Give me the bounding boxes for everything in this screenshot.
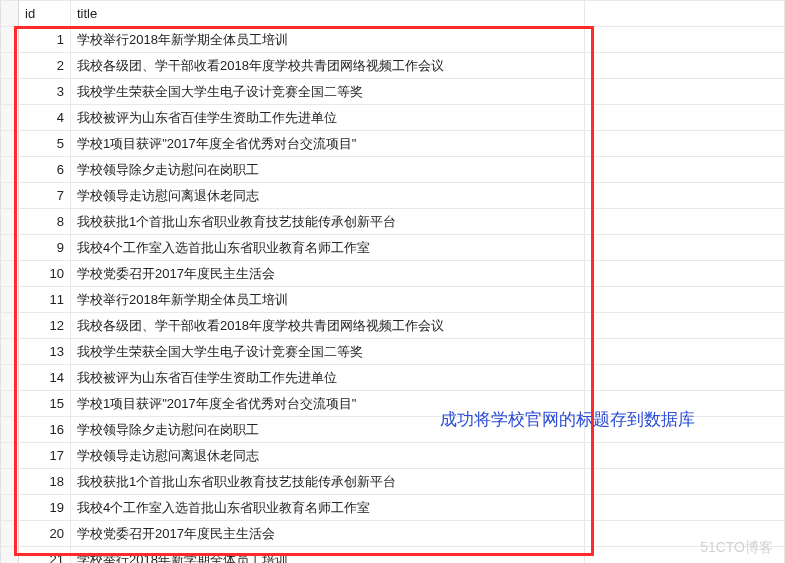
row-number-cell[interactable] bbox=[1, 287, 19, 313]
row-number-cell[interactable] bbox=[1, 183, 19, 209]
empty-cell[interactable] bbox=[585, 209, 785, 235]
title-cell[interactable]: 学校领导除夕走访慰问在岗职工 bbox=[71, 157, 585, 183]
title-cell[interactable]: 学校1项目获评"2017年度全省优秀对台交流项目" bbox=[71, 391, 585, 417]
table-row[interactable]: 17学校领导走访慰问离退休老同志 bbox=[1, 443, 785, 469]
row-number-cell[interactable] bbox=[1, 365, 19, 391]
id-cell[interactable]: 15 bbox=[19, 391, 71, 417]
table-row[interactable]: 9我校4个工作室入选首批山东省职业教育名师工作室 bbox=[1, 235, 785, 261]
title-cell[interactable]: 我校获批1个首批山东省职业教育技艺技能传承创新平台 bbox=[71, 469, 585, 495]
title-cell[interactable]: 我校获批1个首批山东省职业教育技艺技能传承创新平台 bbox=[71, 209, 585, 235]
row-number-cell[interactable] bbox=[1, 235, 19, 261]
data-table[interactable]: id title 1学校举行2018年新学期全体员工培训2我校各级团、学干部收看… bbox=[0, 0, 785, 563]
id-cell[interactable]: 11 bbox=[19, 287, 71, 313]
id-cell[interactable]: 21 bbox=[19, 547, 71, 564]
empty-cell[interactable] bbox=[585, 391, 785, 417]
title-cell[interactable]: 我校被评为山东省百佳学生资助工作先进单位 bbox=[71, 365, 585, 391]
row-number-cell[interactable] bbox=[1, 53, 19, 79]
row-number-header[interactable] bbox=[1, 1, 19, 27]
id-cell[interactable]: 13 bbox=[19, 339, 71, 365]
table-row[interactable]: 6学校领导除夕走访慰问在岗职工 bbox=[1, 157, 785, 183]
title-cell[interactable]: 我校4个工作室入选首批山东省职业教育名师工作室 bbox=[71, 495, 585, 521]
id-cell[interactable]: 10 bbox=[19, 261, 71, 287]
id-cell[interactable]: 18 bbox=[19, 469, 71, 495]
id-cell[interactable]: 1 bbox=[19, 27, 71, 53]
empty-cell[interactable] bbox=[585, 469, 785, 495]
title-cell[interactable]: 学校党委召开2017年度民主生活会 bbox=[71, 261, 585, 287]
title-cell[interactable]: 我校被评为山东省百佳学生资助工作先进单位 bbox=[71, 105, 585, 131]
row-number-cell[interactable] bbox=[1, 209, 19, 235]
table-row[interactable]: 3我校学生荣获全国大学生电子设计竞赛全国二等奖 bbox=[1, 79, 785, 105]
row-number-cell[interactable] bbox=[1, 521, 19, 547]
title-cell[interactable]: 学校举行2018年新学期全体员工培训 bbox=[71, 547, 585, 564]
empty-cell[interactable] bbox=[585, 235, 785, 261]
table-row[interactable]: 2我校各级团、学干部收看2018年度学校共青团网络视频工作会议 bbox=[1, 53, 785, 79]
empty-cell[interactable] bbox=[585, 313, 785, 339]
column-header-title[interactable]: title bbox=[71, 1, 585, 27]
row-number-cell[interactable] bbox=[1, 313, 19, 339]
id-cell[interactable]: 7 bbox=[19, 183, 71, 209]
table-row[interactable]: 4我校被评为山东省百佳学生资助工作先进单位 bbox=[1, 105, 785, 131]
empty-cell[interactable] bbox=[585, 339, 785, 365]
empty-cell[interactable] bbox=[585, 365, 785, 391]
id-cell[interactable]: 16 bbox=[19, 417, 71, 443]
id-cell[interactable]: 3 bbox=[19, 79, 71, 105]
table-row[interactable]: 12我校各级团、学干部收看2018年度学校共青团网络视频工作会议 bbox=[1, 313, 785, 339]
title-cell[interactable]: 学校党委召开2017年度民主生活会 bbox=[71, 521, 585, 547]
empty-cell[interactable] bbox=[585, 417, 785, 443]
empty-cell[interactable] bbox=[585, 79, 785, 105]
table-row[interactable]: 19我校4个工作室入选首批山东省职业教育名师工作室 bbox=[1, 495, 785, 521]
row-number-cell[interactable] bbox=[1, 495, 19, 521]
id-cell[interactable]: 19 bbox=[19, 495, 71, 521]
row-number-cell[interactable] bbox=[1, 469, 19, 495]
table-row[interactable]: 14我校被评为山东省百佳学生资助工作先进单位 bbox=[1, 365, 785, 391]
title-cell[interactable]: 学校举行2018年新学期全体员工培训 bbox=[71, 27, 585, 53]
row-number-cell[interactable] bbox=[1, 261, 19, 287]
id-cell[interactable]: 9 bbox=[19, 235, 71, 261]
id-cell[interactable]: 17 bbox=[19, 443, 71, 469]
table-row[interactable]: 5学校1项目获评"2017年度全省优秀对台交流项目" bbox=[1, 131, 785, 157]
table-row[interactable]: 21学校举行2018年新学期全体员工培训 bbox=[1, 547, 785, 564]
id-cell[interactable]: 20 bbox=[19, 521, 71, 547]
title-cell[interactable]: 学校领导走访慰问离退休老同志 bbox=[71, 183, 585, 209]
empty-cell[interactable] bbox=[585, 495, 785, 521]
id-cell[interactable]: 6 bbox=[19, 157, 71, 183]
empty-cell[interactable] bbox=[585, 53, 785, 79]
title-cell[interactable]: 我校学生荣获全国大学生电子设计竞赛全国二等奖 bbox=[71, 339, 585, 365]
id-cell[interactable]: 14 bbox=[19, 365, 71, 391]
title-cell[interactable]: 我校各级团、学干部收看2018年度学校共青团网络视频工作会议 bbox=[71, 313, 585, 339]
empty-cell[interactable] bbox=[585, 521, 785, 547]
title-cell[interactable]: 学校领导走访慰问离退休老同志 bbox=[71, 443, 585, 469]
row-number-cell[interactable] bbox=[1, 417, 19, 443]
empty-cell[interactable] bbox=[585, 287, 785, 313]
row-number-cell[interactable] bbox=[1, 443, 19, 469]
title-cell[interactable]: 我校4个工作室入选首批山东省职业教育名师工作室 bbox=[71, 235, 585, 261]
id-cell[interactable]: 12 bbox=[19, 313, 71, 339]
empty-cell[interactable] bbox=[585, 105, 785, 131]
row-number-cell[interactable] bbox=[1, 547, 19, 564]
id-cell[interactable]: 2 bbox=[19, 53, 71, 79]
table-row[interactable]: 16学校领导除夕走访慰问在岗职工 bbox=[1, 417, 785, 443]
title-cell[interactable]: 我校各级团、学干部收看2018年度学校共青团网络视频工作会议 bbox=[71, 53, 585, 79]
empty-cell[interactable] bbox=[585, 443, 785, 469]
row-number-cell[interactable] bbox=[1, 157, 19, 183]
table-row[interactable]: 15学校1项目获评"2017年度全省优秀对台交流项目" bbox=[1, 391, 785, 417]
table-row[interactable]: 7学校领导走访慰问离退休老同志 bbox=[1, 183, 785, 209]
table-row[interactable]: 18我校获批1个首批山东省职业教育技艺技能传承创新平台 bbox=[1, 469, 785, 495]
row-number-cell[interactable] bbox=[1, 339, 19, 365]
title-cell[interactable]: 学校领导除夕走访慰问在岗职工 bbox=[71, 417, 585, 443]
empty-cell[interactable] bbox=[585, 261, 785, 287]
table-row[interactable]: 10学校党委召开2017年度民主生活会 bbox=[1, 261, 785, 287]
empty-cell[interactable] bbox=[585, 183, 785, 209]
table-row[interactable]: 8我校获批1个首批山东省职业教育技艺技能传承创新平台 bbox=[1, 209, 785, 235]
id-cell[interactable]: 8 bbox=[19, 209, 71, 235]
row-number-cell[interactable] bbox=[1, 79, 19, 105]
table-row[interactable]: 1学校举行2018年新学期全体员工培训 bbox=[1, 27, 785, 53]
empty-cell[interactable] bbox=[585, 131, 785, 157]
column-header-id[interactable]: id bbox=[19, 1, 71, 27]
row-number-cell[interactable] bbox=[1, 391, 19, 417]
id-cell[interactable]: 4 bbox=[19, 105, 71, 131]
empty-cell[interactable] bbox=[585, 27, 785, 53]
title-cell[interactable]: 学校举行2018年新学期全体员工培训 bbox=[71, 287, 585, 313]
table-row[interactable]: 11学校举行2018年新学期全体员工培训 bbox=[1, 287, 785, 313]
row-number-cell[interactable] bbox=[1, 105, 19, 131]
